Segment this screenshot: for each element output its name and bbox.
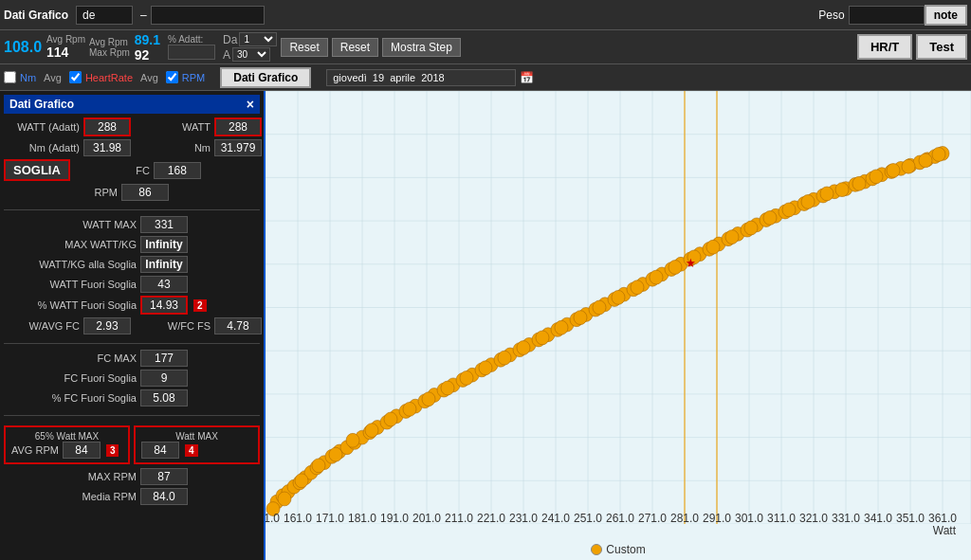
svg-point-127 <box>517 341 530 355</box>
pct-fc-fuori-row: % FC Fuori Soglia 5.08 <box>4 389 260 406</box>
watt-fuori-label: WATT Fuori Soglia <box>4 279 137 290</box>
avg-rpm-box1: 108.0 Avg Rpm 114 <box>4 34 85 60</box>
note-button[interactable]: note <box>925 5 967 26</box>
pct-fc-fuori-label: % FC Fuori Soglia <box>4 392 137 404</box>
dash-separator: – <box>140 9 147 22</box>
secondary-input[interactable] <box>151 6 265 25</box>
rpm-checkbox-label[interactable]: RPM <box>166 71 205 83</box>
svg-point-121 <box>403 402 416 416</box>
nm-value: 31.979 <box>214 139 262 156</box>
svg-point-128 <box>536 331 549 345</box>
pct-adatt-box: % Adatt: <box>168 34 215 60</box>
media-rpm-value: 84.0 <box>140 488 188 505</box>
w-fc-fs-label: W/FC FS <box>135 320 211 332</box>
svg-point-140 <box>763 210 777 225</box>
watt-adatt-value: 288 <box>83 117 131 136</box>
svg-point-122 <box>422 392 435 406</box>
svg-text:191.0: 191.0 <box>380 512 409 524</box>
left-panel: Dati Grafico × WATT (Adatt) 288 WATT 288… <box>0 91 266 560</box>
max-rpm-label: Max Rpm <box>89 47 130 58</box>
svg-text:151.0: 151.0 <box>266 512 280 524</box>
pct-watt-fuori-row: % WATT Fuori Soglia 14.93 2 <box>4 296 260 315</box>
svg-point-135 <box>669 261 682 275</box>
soglia-row: SOGLIA FC 168 <box>4 159 260 181</box>
soglia-button[interactable]: SOGLIA <box>4 159 70 181</box>
svg-point-114 <box>278 492 291 506</box>
svg-point-129 <box>555 320 568 334</box>
svg-text:331.0: 331.0 <box>832 512 860 524</box>
box3-title: 65% Watt MAX <box>11 431 122 442</box>
avg-rpm-label1: Avg Rpm <box>46 34 85 45</box>
svg-point-137 <box>706 240 720 254</box>
dati-grafico-button[interactable]: Dati Grafico <box>220 67 311 88</box>
svg-point-119 <box>365 424 378 438</box>
svg-point-133 <box>631 280 644 295</box>
fc-label: FC <box>74 165 150 176</box>
nm-adatt-row: Nm (Adatt) 31.98 Nm 31.979 <box>4 139 260 156</box>
top-bar: Dati Grafico – Peso note <box>0 0 971 30</box>
svg-point-126 <box>498 351 511 365</box>
svg-point-125 <box>479 361 492 375</box>
svg-point-149 <box>919 154 932 168</box>
svg-point-131 <box>593 300 606 315</box>
badge-3: 3 <box>106 444 119 457</box>
svg-text:281.0: 281.0 <box>670 512 699 524</box>
mode-input[interactable] <box>76 6 133 25</box>
watt-value: 288 <box>214 117 262 136</box>
test-button[interactable]: Test <box>916 34 967 60</box>
svg-point-143 <box>820 187 834 201</box>
separator-1 <box>4 209 260 210</box>
hr-checkbox-label[interactable]: HeartRate <box>69 71 133 83</box>
max-rpm-value: 92 <box>135 47 160 63</box>
reset-button-2[interactable]: Reset <box>332 38 378 57</box>
avg-rpm-value2: 89.1 <box>135 32 160 47</box>
nm-label: Nm <box>20 72 36 83</box>
hr-t-button[interactable]: HR/T <box>857 34 912 60</box>
svg-point-150 <box>932 148 945 162</box>
peso-input[interactable] <box>849 6 925 25</box>
pct-watt-fuori-label: % WATT Fuori Soglia <box>4 299 137 311</box>
a-label: A <box>223 48 230 62</box>
reset-button-1[interactable]: Reset <box>281 38 327 57</box>
svg-point-134 <box>650 270 663 284</box>
svg-text:261.0: 261.0 <box>606 512 634 524</box>
svg-text:211.0: 211.0 <box>445 512 473 524</box>
nm-checkbox-label[interactable]: Nm <box>4 71 36 83</box>
badge-2: 2 <box>193 299 207 312</box>
mostra-step-button[interactable]: Mostra Step <box>382 38 461 57</box>
box3-row: AVG RPM 84 3 <box>11 442 122 459</box>
a-select[interactable]: 302010 <box>232 47 270 62</box>
chart-inner: ★ 151.0 161.0 171.0 181.0 191.0 201.0 21… <box>266 91 971 524</box>
max-rpm-row: MAX RPM 87 <box>4 468 260 485</box>
box4-value: 84 <box>141 442 179 459</box>
hr-label: HeartRate <box>85 72 133 83</box>
separator-2 <box>4 343 260 344</box>
pct-adatt-input[interactable] <box>168 45 215 60</box>
svg-point-139 <box>744 221 758 235</box>
star-marker: ★ <box>686 257 696 270</box>
media-rpm-label: Media RPM <box>4 491 137 502</box>
badge-4: 4 <box>185 444 198 457</box>
panel-close-button[interactable]: × <box>247 97 254 112</box>
chart-area: ★ 151.0 161.0 171.0 181.0 191.0 201.0 21… <box>266 91 971 560</box>
nm-checkbox[interactable] <box>4 71 16 83</box>
calendar-icon[interactable]: 📅 <box>520 71 534 84</box>
da-select[interactable]: 123 <box>239 32 277 46</box>
date-input[interactable] <box>326 69 516 86</box>
rpm-checkbox[interactable] <box>166 71 178 83</box>
panel-title-bar: Dati Grafico × <box>4 95 260 114</box>
w-fc-fs-value: 4.78 <box>214 317 262 334</box>
svg-point-116 <box>312 459 325 473</box>
rpm-value: 86 <box>121 184 169 201</box>
w-avg-fc-label: W/AVG FC <box>4 320 80 332</box>
pct-watt-fuori-value: 14.93 <box>140 296 188 315</box>
watt-max-row: WATT MAX 331 <box>4 216 260 233</box>
chart-svg: ★ 151.0 161.0 171.0 181.0 191.0 201.0 21… <box>266 91 971 524</box>
svg-text:241.0: 241.0 <box>541 512 570 524</box>
hr-checkbox[interactable] <box>69 71 82 83</box>
svg-text:311.0: 311.0 <box>767 512 796 524</box>
watt-adatt-label: WATT (Adatt) <box>4 121 80 133</box>
rpm-label: RPM <box>182 72 205 83</box>
watt-label: WATT <box>135 121 211 133</box>
svg-text:251.0: 251.0 <box>574 512 602 524</box>
